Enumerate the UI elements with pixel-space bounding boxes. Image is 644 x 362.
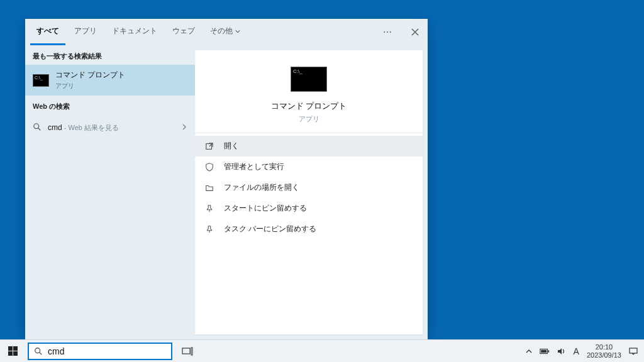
tab-documents[interactable]: ドキュメント bbox=[106, 19, 164, 45]
web-result-left: cmd - Web 結果を見る bbox=[33, 121, 119, 133]
search-panel-header: すべて アプリ ドキュメント ウェブ その他 ⋯ bbox=[25, 19, 428, 45]
action-pin-to-start[interactable]: スタートにピン留めする bbox=[195, 198, 423, 219]
svg-rect-5 bbox=[182, 348, 190, 354]
search-panel-body: 最も一致する検索結果 C:\_ コマンド プロンプト アプリ Web の検索 c… bbox=[25, 45, 428, 339]
action-list: 開く 管理者として実行 ファイルの場所を開く bbox=[195, 133, 423, 242]
action-pin-to-taskbar[interactable]: タスク バーにピン留めする bbox=[195, 219, 423, 239]
open-icon bbox=[205, 142, 216, 151]
search-icon bbox=[33, 123, 42, 131]
windows-logo-icon bbox=[8, 346, 18, 356]
taskbar-search-box[interactable] bbox=[28, 343, 172, 360]
best-match-item[interactable]: C:\_ コマンド プロンプト アプリ bbox=[25, 65, 195, 96]
svg-point-0 bbox=[34, 124, 39, 129]
action-center-icon[interactable] bbox=[629, 348, 638, 355]
preview-header: C:\_ コマンド プロンプト アプリ bbox=[195, 50, 423, 133]
action-open-file-location[interactable]: ファイルの場所を開く bbox=[195, 177, 423, 198]
svg-line-1 bbox=[38, 128, 41, 131]
chevron-down-icon bbox=[235, 29, 240, 34]
tab-apps[interactable]: アプリ bbox=[68, 19, 103, 45]
best-match-subtitle: アプリ bbox=[55, 82, 125, 90]
tray-chevron-up-icon[interactable] bbox=[526, 348, 532, 354]
cmd-icon-large: C:\_ bbox=[291, 67, 327, 92]
preview-title: コマンド プロンプト bbox=[271, 101, 347, 112]
folder-icon bbox=[205, 184, 216, 192]
section-best-match-label: 最も一致する検索結果 bbox=[25, 45, 195, 65]
ime-indicator[interactable]: A bbox=[574, 346, 579, 356]
taskbar: A 20:10 2023/09/13 bbox=[0, 339, 644, 362]
svg-rect-10 bbox=[630, 348, 637, 353]
taskbar-clock[interactable]: 20:10 2023/09/13 bbox=[587, 343, 621, 359]
section-web-label: Web の検索 bbox=[25, 96, 195, 115]
action-run-as-admin[interactable]: 管理者として実行 bbox=[195, 156, 423, 177]
action-open-location-label: ファイルの場所を開く bbox=[224, 182, 299, 193]
svg-line-4 bbox=[40, 352, 42, 354]
pin-icon bbox=[205, 204, 216, 213]
action-open-label: 開く bbox=[224, 141, 239, 151]
web-query-text: cmd bbox=[48, 123, 62, 132]
tab-web[interactable]: ウェブ bbox=[166, 19, 201, 45]
taskbar-search-input[interactable] bbox=[48, 346, 166, 356]
svg-point-3 bbox=[35, 348, 40, 353]
clock-date: 2023/09/13 bbox=[587, 351, 621, 359]
preview-subtitle: アプリ bbox=[299, 114, 319, 124]
volume-icon[interactable] bbox=[557, 348, 566, 355]
action-pin-start-label: スタートにピン留めする bbox=[224, 203, 307, 214]
pin-icon bbox=[205, 225, 216, 234]
results-column: 最も一致する検索結果 C:\_ コマンド プロンプト アプリ Web の検索 c… bbox=[25, 45, 195, 339]
tab-other-label: その他 bbox=[210, 26, 233, 36]
chevron-right-icon bbox=[181, 124, 187, 130]
svg-rect-9 bbox=[541, 349, 547, 352]
task-view-button[interactable] bbox=[176, 340, 199, 363]
search-tabs: すべて アプリ ドキュメント ウェブ その他 bbox=[30, 19, 247, 45]
svg-rect-8 bbox=[548, 350, 549, 353]
action-run-admin-label: 管理者として実行 bbox=[224, 162, 284, 172]
svg-rect-6 bbox=[191, 348, 192, 355]
tab-all[interactable]: すべて bbox=[30, 19, 65, 45]
close-button[interactable] bbox=[408, 25, 423, 40]
shield-icon bbox=[205, 163, 216, 172]
clock-time: 20:10 bbox=[587, 343, 621, 351]
battery-icon[interactable] bbox=[540, 348, 550, 354]
svg-rect-2 bbox=[206, 143, 212, 149]
best-match-title: コマンド プロンプト bbox=[55, 70, 125, 80]
header-right: ⋯ bbox=[380, 19, 423, 45]
more-button[interactable]: ⋯ bbox=[380, 25, 395, 40]
web-result-item[interactable]: cmd - Web 結果を見る bbox=[25, 115, 195, 139]
system-tray: A 20:10 2023/09/13 bbox=[522, 343, 644, 359]
action-pin-taskbar-label: タスク バーにピン留めする bbox=[224, 224, 316, 234]
best-match-text: コマンド プロンプト アプリ bbox=[55, 70, 125, 90]
start-button[interactable] bbox=[0, 340, 25, 363]
web-aux-text: - Web 結果を見る bbox=[62, 124, 119, 131]
search-icon bbox=[34, 347, 43, 356]
search-panel: すべて アプリ ドキュメント ウェブ その他 ⋯ 最も一致する検索結果 C:\_ bbox=[25, 19, 428, 339]
action-open[interactable]: 開く bbox=[195, 136, 423, 156]
tab-other[interactable]: その他 bbox=[204, 19, 247, 45]
preview-column: C:\_ コマンド プロンプト アプリ 開く 管理者として実行 bbox=[195, 50, 423, 334]
cmd-icon: C:\_ bbox=[33, 74, 49, 87]
